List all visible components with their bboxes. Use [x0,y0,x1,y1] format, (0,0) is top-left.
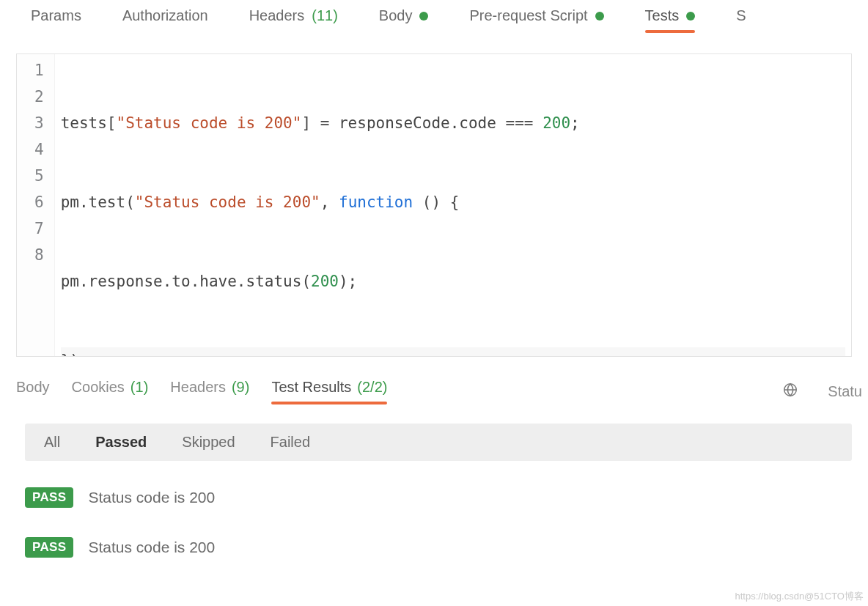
line-number: 4 [34,136,44,163]
test-name: Status code is 200 [88,489,215,506]
test-name: Status code is 200 [88,539,215,556]
line-number: 2 [34,84,44,110]
tab-label: Tests [645,7,680,24]
tab-label: S [736,7,746,24]
response-tabs: Body Cookies (1) Headers (9) Test Result… [0,357,868,404]
tab-label: Body [16,379,50,396]
tab-pre-request-script[interactable]: Pre-request Script [469,7,603,33]
test-result-row: PASS Status code is 200 [25,537,852,558]
code-line: pm.response.to.have.status(200); [61,268,845,295]
line-number: 5 [34,163,44,189]
dot-icon [419,12,428,21]
request-tabs: Params Authorization Headers (11) Body P… [0,0,868,33]
tab-count: (2/2) [357,379,387,396]
filter-failed[interactable]: Failed [271,434,310,451]
tab-count: (9) [232,379,249,396]
filter-skipped[interactable]: Skipped [182,434,235,451]
tab-label: Headers [170,379,226,396]
tab-label: Body [379,7,413,24]
tab-label: Headers [249,7,305,24]
code-line: pm.test("Status code is 200", function (… [61,189,845,215]
tab-count: (1) [130,379,148,396]
tab-params[interactable]: Params [31,7,81,33]
code-editor[interactable]: 1 2 3 4 5 6 7 8 tests["Status code is 20… [16,53,852,357]
globe-icon[interactable] [782,382,798,402]
test-result-row: PASS Status code is 200 [25,487,852,508]
tab-body[interactable]: Body [379,7,429,33]
code-content[interactable]: tests["Status code is 200"] = responseCo… [55,54,851,356]
dot-icon [595,12,604,21]
tab-authorization[interactable]: Authorization [122,7,208,33]
response-tab-test-results[interactable]: Test Results (2/2) [271,379,387,404]
filter-passed[interactable]: Passed [95,434,147,451]
line-number: 1 [34,57,44,84]
tab-label: Authorization [122,7,208,24]
status-badge: PASS [25,487,73,508]
tab-label: Cookies [72,379,125,396]
test-results-list: PASS Status code is 200 PASS Status code… [25,487,852,558]
tab-label: Params [31,7,81,24]
line-number: 8 [34,242,44,268]
code-line: tests["Status code is 200"] = responseCo… [61,110,845,136]
response-tab-body[interactable]: Body [16,379,50,404]
code-line: }); [61,347,845,357]
tab-headers[interactable]: Headers (11) [249,7,338,33]
line-number-gutter: 1 2 3 4 5 6 7 8 [17,54,55,356]
line-number: 7 [34,215,44,242]
response-tab-headers[interactable]: Headers (9) [170,379,249,404]
line-number: 6 [34,189,44,215]
test-filter-bar: All Passed Skipped Failed [25,424,852,461]
tab-label: Pre-request Script [469,7,587,24]
tab-tests[interactable]: Tests [645,7,696,33]
watermark: https://blog.csdn@51CTO博客 [735,590,864,603]
tab-label: Test Results [271,379,351,396]
status-label-truncated: Statu [828,383,862,400]
line-number: 3 [34,110,44,136]
tab-count: (11) [312,7,338,24]
dot-icon [686,12,695,21]
status-badge: PASS [25,537,73,558]
response-tab-cookies[interactable]: Cookies (1) [72,379,149,404]
filter-all[interactable]: All [44,434,60,451]
tab-truncated[interactable]: S [736,7,746,33]
